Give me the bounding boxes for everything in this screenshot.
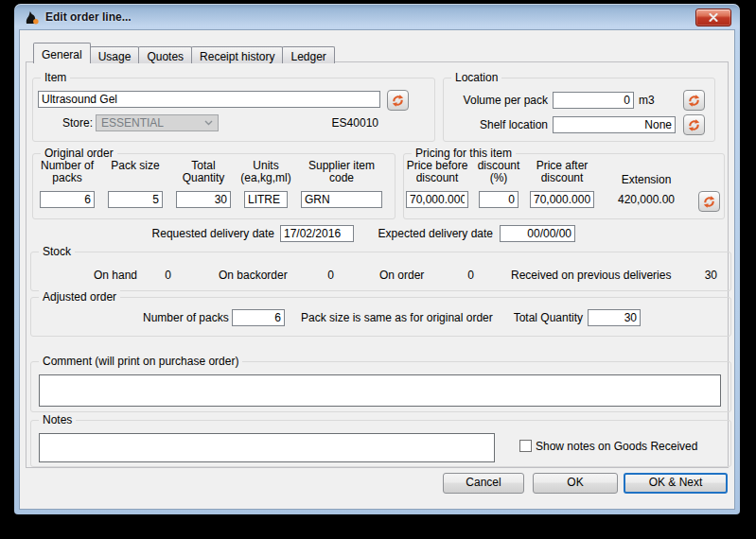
expected-delivery-date-input[interactable] bbox=[500, 225, 575, 242]
refresh-icon bbox=[391, 94, 405, 108]
price-after-discount-header: Price after discount bbox=[536, 160, 589, 186]
shelf-location-input[interactable] bbox=[553, 116, 676, 133]
chevron-down-icon bbox=[204, 120, 213, 126]
notes-group: Notes Show notes on Goods Received bbox=[30, 420, 731, 467]
volume-unit-label: m3 bbox=[639, 94, 655, 107]
pack-size-header: Pack size bbox=[111, 160, 159, 186]
pricing-refresh-button[interactable] bbox=[698, 191, 720, 212]
total-quantity-header: Total Quantity bbox=[183, 160, 225, 186]
price-before-discount-input[interactable] bbox=[406, 191, 468, 208]
tab-usage[interactable]: Usage bbox=[90, 46, 140, 63]
received-previous-value: 30 bbox=[651, 269, 717, 282]
number-of-packs-input[interactable] bbox=[40, 191, 95, 208]
item-group-legend: Item bbox=[41, 71, 70, 84]
refresh-icon bbox=[702, 195, 716, 209]
price-before-discount-header: Price before discount bbox=[407, 160, 468, 186]
refresh-icon bbox=[687, 94, 701, 108]
extension-header: Extension bbox=[622, 160, 672, 186]
discount-header: discount (%) bbox=[478, 160, 520, 186]
show-notes-checkbox-label: Show notes on Goods Received bbox=[536, 440, 697, 453]
tab-general[interactable]: General bbox=[33, 43, 91, 63]
location-group-legend: Location bbox=[451, 71, 501, 84]
tab-panel-general: Item Store: ESSENTIAL bbox=[26, 61, 729, 468]
total-quantity-input[interactable] bbox=[176, 191, 231, 208]
ok-button[interactable]: OK bbox=[533, 473, 618, 494]
store-select[interactable]: ESSENTIAL bbox=[96, 114, 219, 131]
item-name-input[interactable] bbox=[38, 91, 380, 108]
close-button[interactable] bbox=[695, 9, 731, 26]
shelf-location-label: Shelf location bbox=[444, 118, 548, 131]
price-after-discount-input[interactable] bbox=[530, 191, 594, 208]
original-order-legend: Original order bbox=[41, 147, 117, 160]
adjusted-order-group: Adjusted order Number of packs Pack size… bbox=[30, 297, 731, 337]
on-backorder-label: On backorder bbox=[219, 269, 288, 282]
on-hand-value: 0 bbox=[129, 269, 171, 282]
supplier-item-code-header: Supplier item code bbox=[308, 160, 375, 186]
item-group: Item Store: ESSENTIAL bbox=[32, 78, 435, 142]
notes-input[interactable] bbox=[39, 433, 495, 462]
discount-input[interactable] bbox=[479, 191, 519, 208]
comment-legend: Comment (will print on purchase order) bbox=[39, 355, 242, 368]
units-input[interactable] bbox=[244, 191, 288, 208]
adjusted-packs-input[interactable] bbox=[232, 309, 285, 326]
adjusted-order-legend: Adjusted order bbox=[39, 290, 120, 304]
tab-ledger[interactable]: Ledger bbox=[282, 46, 334, 63]
received-previous-label: Received on previous deliveries bbox=[511, 269, 671, 282]
titlebar[interactable]: Edit order line... bbox=[14, 4, 740, 30]
comment-group: Comment (will print on purchase order) bbox=[30, 361, 731, 412]
refresh-icon bbox=[687, 118, 701, 132]
expected-delivery-date-label: Expected delivery date bbox=[358, 227, 493, 240]
close-icon bbox=[709, 13, 718, 22]
on-order-value: 0 bbox=[431, 269, 474, 282]
cancel-button[interactable]: Cancel bbox=[443, 473, 524, 494]
item-code: ES40010 bbox=[308, 116, 378, 130]
adjusted-total-input[interactable] bbox=[588, 309, 641, 326]
units-header: Units (ea,kg,ml) bbox=[240, 160, 290, 186]
on-backorder-value: 0 bbox=[294, 269, 334, 282]
on-order-label: On order bbox=[379, 269, 424, 282]
item-refresh-button[interactable] bbox=[387, 90, 409, 111]
ok-and-next-button[interactable]: OK & Next bbox=[624, 473, 728, 494]
pricing-legend: Pricing for this item bbox=[412, 147, 516, 160]
requested-delivery-date-input[interactable] bbox=[280, 225, 354, 242]
store-value: ESSENTIAL bbox=[101, 116, 164, 130]
tab-quotes[interactable]: Quotes bbox=[138, 46, 192, 63]
volume-per-pack-label: Volume per pack bbox=[444, 94, 548, 107]
adjusted-total-label: Total Quantity bbox=[500, 311, 583, 324]
number-of-packs-header: Number of packs bbox=[41, 160, 94, 186]
stock-group: Stock On hand 0 On backorder 0 On order … bbox=[30, 252, 731, 291]
dialog-body: General Usage Quotes Receipt history Led… bbox=[20, 30, 734, 509]
notes-legend: Notes bbox=[39, 413, 76, 426]
extension-value: 420,000.00 bbox=[618, 191, 675, 208]
store-label: Store: bbox=[33, 116, 93, 130]
original-order-group: Original order Number of packs Pack size… bbox=[32, 153, 396, 219]
shelf-refresh-button[interactable] bbox=[683, 114, 705, 135]
location-group: Location Volume per pack m3 Shelf locati… bbox=[443, 78, 715, 142]
volume-refresh-button[interactable] bbox=[683, 90, 705, 111]
tab-receipt-history[interactable]: Receipt history bbox=[191, 46, 283, 63]
app-icon bbox=[24, 9, 40, 26]
pricing-group: Pricing for this item Price before disco… bbox=[403, 153, 725, 219]
pack-size-input[interactable] bbox=[108, 191, 163, 208]
volume-per-pack-input[interactable] bbox=[553, 92, 634, 109]
pack-size-note: Pack size is same as for original order bbox=[301, 311, 493, 324]
comment-input[interactable] bbox=[39, 374, 721, 407]
edit-order-line-dialog: Edit order line... General Usage Quotes … bbox=[14, 4, 740, 514]
stock-legend: Stock bbox=[39, 245, 75, 258]
tab-bar: General Usage Quotes Receipt history Led… bbox=[33, 43, 335, 63]
show-notes-checkbox[interactable] bbox=[519, 440, 532, 452]
window-title: Edit order line... bbox=[45, 10, 132, 24]
supplier-item-code-input[interactable] bbox=[301, 191, 382, 208]
adjusted-packs-label: Number of packs bbox=[143, 311, 226, 324]
requested-delivery-date-label: Requested delivery date bbox=[121, 227, 274, 240]
